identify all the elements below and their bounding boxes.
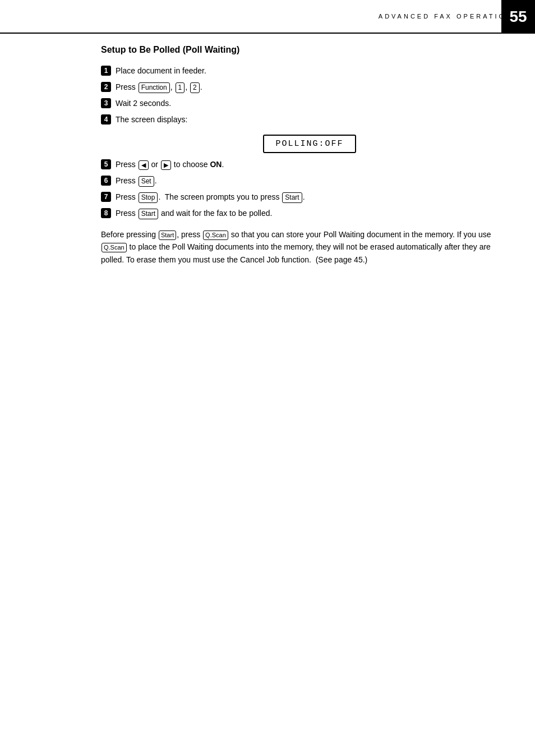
step-7-content: Press Stop. The screen prompts you to pr… [116,191,501,203]
key-1: 1 [176,82,185,93]
right-arrow-key: ▶ [161,160,171,170]
set-key: Set [139,176,154,187]
key-2: 2 [190,82,200,93]
step-8-number: 8 [101,208,111,218]
main-content: Setup to Be Polled (Poll Waiting) 1 Plac… [101,45,501,722]
step-4-number: 4 [101,114,111,125]
lcd-screen: POLLING:OFF [263,135,356,153]
qscan-key-para2: Q.Scan [102,243,127,252]
header-title: ADVANCED FAX OPERATION [379,13,513,20]
function-key: Function [139,82,170,93]
header-bar: ADVANCED FAX OPERATION 55 [0,0,535,34]
step-2: 2 Press Function, 1, 2. [101,81,501,93]
step-3: 3 Wait 2 seconds. [101,98,501,109]
step-1: 1 Place document in feeder. [101,65,501,77]
screen-display: POLLING:OFF [118,135,501,153]
step-8-content: Press Start and wait for the fax to be p… [116,208,501,219]
paragraph-text: Before pressing Start, press Q.Scan so t… [101,228,501,266]
start-key-step8: Start [139,209,158,219]
step-3-content: Wait 2 seconds. [116,98,501,109]
step-4: 4 The screen displays: [101,114,501,126]
step-6: 6 Press Set. [101,175,501,187]
qscan-key-para1: Q.Scan [203,231,228,240]
step-3-number: 3 [101,98,111,108]
step-2-content: Press Function, 1, 2. [116,81,501,93]
step-1-number: 1 [101,66,111,76]
step-6-number: 6 [101,176,111,186]
step-1-content: Place document in feeder. [116,65,501,77]
left-arrow-key: ◀ [139,160,149,170]
step-8: 8 Press Start and wait for the fax to be… [101,208,501,219]
step-4-content: The screen displays: [116,114,501,126]
stop-key-step7: Stop [139,192,158,203]
page-number: 55 [501,0,535,34]
step-2-number: 2 [101,82,111,92]
steps-list-2: 5 Press ◀ or ▶ to choose ON. 6 Press Set… [101,159,501,219]
step-7-number: 7 [101,192,111,202]
start-key-para1: Start [159,231,176,240]
steps-list: 1 Place document in feeder. 2 Press Func… [101,65,501,126]
section-title: Setup to Be Polled (Poll Waiting) [101,45,501,55]
step-5: 5 Press ◀ or ▶ to choose ON. [101,159,501,170]
step-6-content: Press Set. [116,175,501,187]
page-container: ADVANCED FAX OPERATION 55 Setup to Be Po… [0,0,535,756]
step-7: 7 Press Stop. The screen prompts you to … [101,191,501,203]
step-5-content: Press ◀ or ▶ to choose ON. [116,159,501,170]
start-key-step7: Start [282,192,302,203]
step-5-number: 5 [101,159,111,169]
